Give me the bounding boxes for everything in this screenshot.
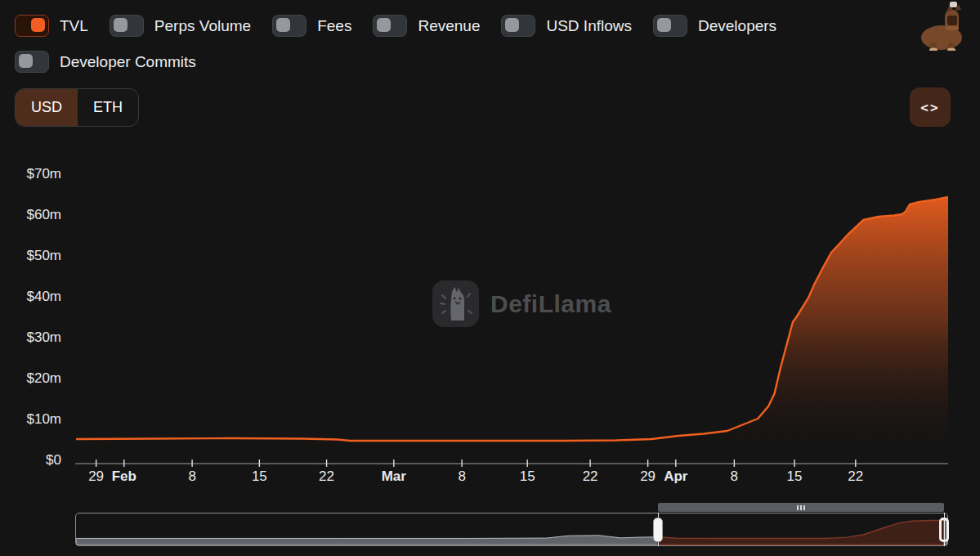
toggle-label: TVL — [60, 17, 88, 35]
y-tick-label: $40m — [26, 289, 61, 305]
tvl-area-chart[interactable] — [75, 155, 948, 474]
brush-move-handle[interactable] — [658, 503, 944, 512]
y-tick-label: $20m — [26, 370, 61, 387]
switch-knob — [657, 18, 671, 32]
toggle-perps-volume[interactable]: Perps Volume — [110, 15, 251, 37]
toggle-developers[interactable]: Developers — [653, 15, 776, 37]
tvl-area-fill — [76, 197, 948, 461]
x-tick-label: 15 — [787, 469, 803, 485]
x-tick-label: 29 — [640, 469, 656, 485]
x-tick-label: 8 — [188, 469, 195, 485]
toggle-label: Developers — [698, 17, 776, 35]
x-tick-label: 8 — [731, 469, 738, 485]
perps-volume-switch[interactable] — [110, 15, 144, 37]
currency-option-eth[interactable]: ETH — [78, 89, 138, 126]
x-tick-label: 29 — [88, 469, 104, 485]
revenue-switch[interactable] — [373, 15, 407, 37]
brush-mini-chart — [76, 513, 947, 545]
y-tick-label: $0 — [46, 452, 61, 469]
switch-knob — [377, 18, 391, 32]
switch-knob — [276, 18, 290, 32]
x-tick-label: 22 — [319, 469, 334, 485]
datazoom-brush[interactable] — [75, 513, 948, 546]
embed-code-button[interactable]: <> — [910, 87, 951, 127]
switch-knob — [114, 18, 128, 32]
toggle-label: USD Inflows — [546, 17, 632, 35]
x-tick-label: 22 — [583, 469, 598, 485]
grip-icon — [797, 505, 799, 510]
toggle-revenue[interactable]: Revenue — [373, 15, 480, 37]
brush-handle-left[interactable] — [653, 518, 663, 542]
toggle-usd-inflows[interactable]: USD Inflows — [501, 15, 632, 37]
developers-switch[interactable] — [653, 15, 687, 37]
y-tick-label: $60m — [26, 207, 61, 223]
toggle-label: Fees — [317, 17, 351, 35]
llama-mascot-avatar — [914, 2, 973, 51]
toggle-fees[interactable]: Fees — [272, 15, 351, 37]
fees-switch[interactable] — [272, 15, 307, 37]
x-tick-label: 8 — [458, 469, 465, 485]
toggle-label: Developer Commits — [60, 53, 196, 71]
x-tick-label: Feb — [112, 469, 136, 485]
x-tick-label: 15 — [520, 469, 535, 485]
toggle-label: Perps Volume — [154, 17, 251, 35]
x-tick-label: Apr — [664, 469, 687, 485]
toggle-label: Revenue — [418, 17, 480, 35]
y-axis-labels: $70m$60m$50m$40m$30m$20m$10m$0 — [0, 0, 63, 556]
usd-inflows-switch[interactable] — [501, 15, 535, 37]
y-tick-label: $70m — [26, 166, 61, 182]
brush-handle-right[interactable] — [939, 518, 949, 542]
x-tick-label: Mar — [382, 469, 406, 485]
y-tick-label: $30m — [26, 330, 61, 346]
metric-toggle-bar: TVL Perps Volume Fees Revenue USD Inflow… — [15, 15, 897, 73]
x-axis-labels: 29Feb81522Mar8152229Apr81522 — [75, 469, 948, 490]
switch-knob — [505, 18, 519, 32]
y-tick-label: $50m — [26, 248, 61, 264]
x-tick-label: 15 — [252, 469, 267, 485]
code-brackets-icon: <> — [920, 100, 939, 115]
y-tick-label: $10m — [26, 411, 61, 428]
defillama-chart-page: TVL Perps Volume Fees Revenue USD Inflow… — [0, 0, 980, 556]
x-tick-label: 22 — [848, 469, 863, 485]
